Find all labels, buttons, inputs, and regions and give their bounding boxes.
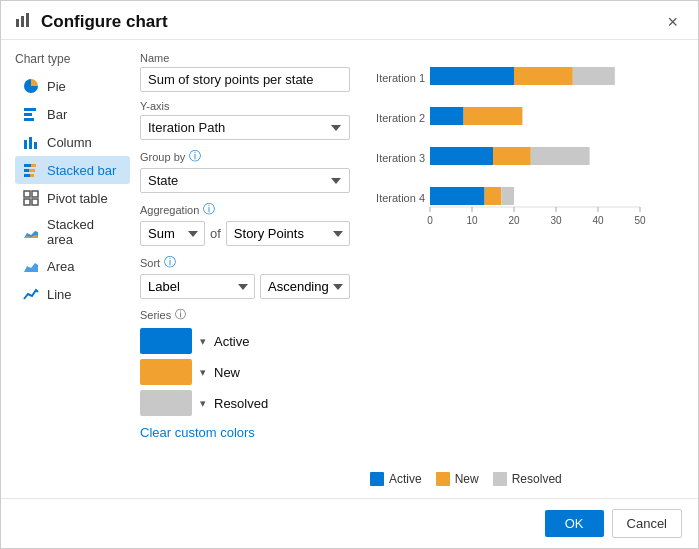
svg-rect-17: [24, 199, 30, 205]
svg-rect-8: [34, 142, 37, 149]
sort-info-icon[interactable]: ⓘ: [164, 254, 176, 271]
chart-legend: Active New Resolved: [370, 472, 684, 486]
chart-type-line[interactable]: Line: [15, 280, 130, 308]
bar-it1-active: [430, 67, 514, 85]
svg-text:Iteration 2: Iteration 2: [376, 112, 425, 124]
legend-label-resolved: Resolved: [512, 472, 562, 486]
chart-type-column[interactable]: Column: [15, 128, 130, 156]
chart-type-pivot-label: Pivot table: [47, 191, 108, 206]
series-field-group: Series ⓘ ▾ Active ▾ New: [140, 307, 350, 440]
dialog-footer: OK Cancel: [1, 498, 698, 548]
groupby-field-group: Group by ⓘ State Assigned To Area Path: [140, 148, 350, 193]
svg-rect-3: [24, 108, 36, 111]
bar-it2-new: [464, 107, 523, 125]
svg-rect-14: [30, 174, 34, 177]
title-left: Configure chart: [15, 11, 168, 33]
svg-rect-10: [31, 164, 36, 167]
chart-type-stacked-bar-label: Stacked bar: [47, 163, 116, 178]
series-chevron-resolved[interactable]: ▾: [200, 397, 206, 410]
svg-rect-11: [24, 169, 29, 172]
series-name-new: New: [214, 365, 240, 380]
series-color-resolved[interactable]: [140, 390, 192, 416]
aggregation-func-select[interactable]: Sum Count Average: [140, 221, 205, 246]
groupby-select[interactable]: State Assigned To Area Path: [140, 168, 350, 193]
bar-it3-new: [493, 147, 531, 165]
chart-type-pivot-table[interactable]: Pivot table: [15, 184, 130, 212]
svg-rect-12: [29, 169, 35, 172]
aggregation-row: Sum Count Average of Story Points Remain…: [140, 221, 350, 246]
close-button[interactable]: ×: [661, 11, 684, 33]
series-list: ▾ Active ▾ New ▾ Resolved: [140, 328, 350, 416]
series-chevron-new[interactable]: ▾: [200, 366, 206, 379]
chart-type-stacked-area[interactable]: Stacked area: [15, 212, 130, 252]
svg-rect-6: [24, 140, 27, 149]
svg-text:50: 50: [634, 215, 646, 226]
bar-it4-new: [485, 187, 502, 205]
dialog-titlebar: Configure chart ×: [1, 1, 698, 40]
chart-type-area[interactable]: Area: [15, 252, 130, 280]
bar-it3-active: [430, 147, 493, 165]
stacked-area-icon: [22, 223, 40, 241]
chart-type-pie-label: Pie: [47, 79, 66, 94]
svg-text:Iteration 1: Iteration 1: [376, 72, 425, 84]
groupby-info-icon[interactable]: ⓘ: [189, 148, 201, 165]
chart-preview-panel: Iteration 1 Iteration 2 Iteration 3 Iter…: [360, 52, 684, 486]
aggregation-info-icon[interactable]: ⓘ: [203, 201, 215, 218]
dialog-title: Configure chart: [41, 12, 168, 32]
pivot-icon: [22, 189, 40, 207]
chart-type-pie[interactable]: Pie: [15, 72, 130, 100]
svg-rect-1: [21, 16, 24, 27]
series-color-active[interactable]: [140, 328, 192, 354]
svg-rect-15: [24, 191, 30, 197]
series-name-resolved: Resolved: [214, 396, 268, 411]
svg-text:Iteration 3: Iteration 3: [376, 152, 425, 164]
aggregation-field-group: Aggregation ⓘ Sum Count Average of Story…: [140, 201, 350, 246]
groupby-label: Group by ⓘ: [140, 148, 350, 165]
chart-area: Iteration 1 Iteration 2 Iteration 3 Iter…: [370, 52, 684, 466]
series-info-icon[interactable]: ⓘ: [175, 307, 186, 322]
chart-type-panel: Chart type Pie: [15, 52, 130, 486]
svg-text:10: 10: [466, 215, 478, 226]
chart-type-stacked-bar[interactable]: Stacked bar: [15, 156, 130, 184]
yaxis-field-group: Y-axis Iteration Path Area Path Assigned…: [140, 100, 350, 140]
legend-item-resolved: Resolved: [493, 472, 562, 486]
chart-type-list: Pie Bar: [15, 72, 130, 308]
series-name-active: Active: [214, 334, 249, 349]
clear-custom-colors-link[interactable]: Clear custom colors: [140, 425, 255, 440]
of-label: of: [210, 226, 221, 241]
series-chevron-active[interactable]: ▾: [200, 335, 206, 348]
svg-rect-13: [24, 174, 30, 177]
cancel-button[interactable]: Cancel: [612, 509, 682, 538]
svg-rect-5: [24, 118, 34, 121]
svg-rect-16: [32, 191, 38, 197]
bar-it1-resolved: [573, 67, 615, 85]
svg-text:30: 30: [550, 215, 562, 226]
area-icon: [22, 257, 40, 275]
chart-title-icon: [15, 11, 33, 33]
series-color-new[interactable]: [140, 359, 192, 385]
column-icon: [22, 133, 40, 151]
name-field-group: Name: [140, 52, 350, 92]
ok-button[interactable]: OK: [545, 510, 604, 537]
name-input[interactable]: [140, 67, 350, 92]
chart-type-stacked-area-label: Stacked area: [47, 217, 123, 247]
chart-type-area-label: Area: [47, 259, 74, 274]
sort-field-group: Sort ⓘ Label Value Ascending Descending: [140, 254, 350, 299]
series-label: Series ⓘ: [140, 307, 350, 322]
bar-icon: [22, 105, 40, 123]
series-item-active: ▾ Active: [140, 328, 350, 354]
chart-type-bar-label: Bar: [47, 107, 67, 122]
sort-label: Sort ⓘ: [140, 254, 350, 271]
sort-direction-select[interactable]: Ascending Descending: [260, 274, 350, 299]
chart-type-label: Chart type: [15, 52, 130, 66]
legend-label-new: New: [455, 472, 479, 486]
aggregation-field-select[interactable]: Story Points Remaining Work Effort: [226, 221, 350, 246]
yaxis-select[interactable]: Iteration Path Area Path Assigned To: [140, 115, 350, 140]
stacked-bar-icon: [22, 161, 40, 179]
series-item-resolved: ▾ Resolved: [140, 390, 350, 416]
legend-item-new: New: [436, 472, 479, 486]
sort-field-select[interactable]: Label Value: [140, 274, 255, 299]
svg-rect-4: [24, 113, 32, 116]
bar-it1-new: [514, 67, 573, 85]
chart-type-bar[interactable]: Bar: [15, 100, 130, 128]
